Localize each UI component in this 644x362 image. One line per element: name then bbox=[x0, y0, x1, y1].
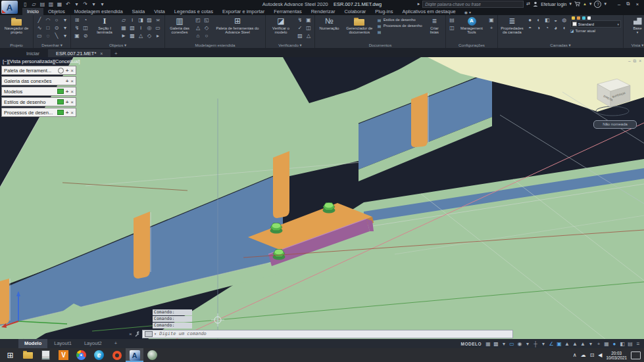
connection-gallery-button[interactable]: ▥ Galeria das conexões bbox=[167, 16, 192, 34]
status-toggle-icon[interactable]: ▦ bbox=[485, 341, 491, 347]
ribbon-tab[interactable]: Vista bbox=[149, 8, 170, 15]
cart-icon[interactable] bbox=[574, 1, 580, 7]
v-app[interactable]: V bbox=[55, 348, 72, 362]
check-tool-icon[interactable]: △ bbox=[305, 32, 312, 39]
draw-tool-icon[interactable]: ╲ bbox=[53, 32, 61, 39]
draw-tool-icon[interactable]: ⊙ bbox=[53, 24, 61, 32]
viewport-close-icon[interactable]: × bbox=[639, 58, 641, 64]
redo-button[interactable]: ↷ bbox=[82, 1, 88, 7]
command-input[interactable] bbox=[158, 330, 510, 337]
new-tab-button[interactable]: + bbox=[111, 50, 120, 57]
check-tool-icon[interactable]: ↯ bbox=[296, 16, 304, 24]
palette-drawing-processes[interactable]: Processos de desen... + × bbox=[1, 108, 76, 117]
print-button[interactable]: ▦ bbox=[57, 1, 62, 7]
close-icon[interactable]: × bbox=[70, 68, 74, 74]
exchange-apps-icon[interactable]: ⇄ bbox=[526, 1, 530, 7]
login-caret-icon[interactable]: ▾ bbox=[570, 1, 572, 7]
draw-tool-icon[interactable]: ▾ bbox=[61, 16, 69, 24]
layer-tool-icon[interactable]: ◒ bbox=[552, 16, 560, 24]
status-toggle-icon[interactable]: ◉ bbox=[516, 341, 523, 347]
object-tool-icon[interactable]: ⊘ bbox=[82, 32, 89, 39]
object-tool-icon[interactable]: I bbox=[128, 16, 136, 24]
panel-label-camadas[interactable]: Camadas ▾ bbox=[498, 42, 623, 48]
config-tool-icon[interactable]: + bbox=[487, 24, 495, 32]
panel-label-projeto[interactable]: Projeto bbox=[0, 42, 33, 48]
status-toggle-icon[interactable]: ▾ bbox=[501, 341, 507, 347]
layer-dropdown[interactable]: Standard ▾ bbox=[570, 20, 621, 28]
object-tool-icon[interactable]: I bbox=[137, 24, 145, 32]
featured-apps-icon[interactable]: ◉▾ bbox=[464, 10, 471, 15]
object-tool-icon[interactable]: ► bbox=[120, 32, 128, 39]
ribbon-tab[interactable]: Legendas e cotas bbox=[170, 8, 218, 15]
layer-tool-icon[interactable]: ◧ bbox=[543, 16, 551, 24]
status-toggle-icon[interactable]: ▲ bbox=[572, 341, 578, 347]
layer-tool-icon[interactable]: ● bbox=[526, 16, 534, 24]
palette-connection-gallery[interactable]: Galeria das conexões + × bbox=[1, 76, 76, 85]
layout-tab[interactable]: Layout1 bbox=[48, 339, 78, 348]
ribbon-tab[interactable]: Renderizar bbox=[307, 8, 340, 15]
volume-icon[interactable]: ◀ bbox=[598, 352, 602, 358]
check-tool-icon[interactable]: ✓ bbox=[296, 24, 304, 32]
status-toggle-icon[interactable]: ▾ bbox=[540, 341, 547, 347]
status-toggle-icon[interactable]: ▲ bbox=[580, 341, 586, 347]
user-icon[interactable] bbox=[533, 1, 538, 7]
modeling-tool-icon[interactable]: ⌂ bbox=[194, 32, 202, 39]
status-toggle-icon[interactable]: ● bbox=[611, 341, 618, 347]
ribbon-tab[interactable]: Modelagem estendida bbox=[70, 8, 128, 15]
close-button[interactable]: × bbox=[633, 1, 642, 8]
panel-label-objetos[interactable]: Objetos ▾ bbox=[71, 42, 164, 48]
draw-tool-icon[interactable]: ∿ bbox=[36, 24, 43, 32]
plot-button[interactable]: ▥ bbox=[48, 1, 54, 7]
edge-app[interactable]: e bbox=[90, 348, 108, 362]
object-tool-icon[interactable]: ▭ bbox=[154, 24, 162, 32]
viewport-controls[interactable]: [−][Vista personalizada][Conceitual] bbox=[3, 58, 80, 64]
advance-steel-logo-icon[interactable]: A bbox=[1, 1, 18, 14]
tray-expand-icon[interactable]: ∧ bbox=[573, 352, 577, 358]
layer-tool-icon[interactable]: ◕ bbox=[552, 24, 560, 32]
start-button[interactable]: ⊞ bbox=[1, 348, 19, 362]
object-tool-icon[interactable]: ▸ bbox=[154, 32, 162, 39]
numbering-button[interactable]: № Numeração bbox=[317, 16, 341, 30]
drawing-styles-button[interactable]: ▤ Estilos de desenho bbox=[378, 17, 424, 22]
config-tool-icon[interactable]: ▣ bbox=[487, 16, 495, 24]
object-tool-icon[interactable]: ▩ bbox=[128, 32, 136, 39]
object-tool-icon[interactable]: △ bbox=[137, 32, 145, 39]
status-toggle-icon[interactable]: ▾ bbox=[524, 341, 531, 347]
status-toggle-icon[interactable]: ▤ bbox=[627, 341, 633, 347]
layer-tool-icon[interactable]: ◐ bbox=[535, 16, 543, 24]
modeling-tool-icon[interactable]: ◱ bbox=[203, 16, 211, 24]
draw-tool-icon[interactable]: ▾ bbox=[61, 32, 69, 39]
drawing-viewport[interactable]: DIREITA SUPERIOR [−][Vista personalizada… bbox=[0, 57, 644, 339]
layer-tool-icon[interactable]: ◍ bbox=[560, 16, 568, 24]
viewport-minimize-icon[interactable]: – bbox=[628, 58, 631, 64]
ribbon-tab[interactable]: Aplicativos em destaque bbox=[397, 8, 460, 15]
status-toggle-icon[interactable]: ∠ bbox=[548, 341, 555, 347]
management-tools-button[interactable]: A Management Tools bbox=[458, 16, 485, 34]
ribbon-tab[interactable]: Início bbox=[22, 8, 43, 15]
object-tool-icon[interactable]: ↯ bbox=[73, 24, 81, 32]
status-toggle-icon[interactable]: ▲ bbox=[564, 341, 570, 347]
ring-app[interactable] bbox=[108, 348, 126, 362]
qat-customize-button[interactable]: ▾ bbox=[99, 1, 105, 7]
object-tool-icon[interactable]: ◫ bbox=[82, 24, 89, 32]
config-tool-icon[interactable]: ◫ bbox=[448, 24, 456, 32]
chrome-app[interactable] bbox=[72, 348, 90, 362]
undo-button[interactable]: ↶ bbox=[65, 1, 71, 7]
status-toggle-icon[interactable]: ▦ bbox=[603, 341, 610, 347]
panel-label-documentos[interactable]: Documentos bbox=[315, 42, 445, 48]
status-toggle-icon[interactable]: ▭ bbox=[508, 341, 515, 347]
draw-tool-icon[interactable]: □ bbox=[44, 24, 52, 32]
base-view-button[interactable]: Base ▾ bbox=[626, 16, 644, 34]
object-tool-icon[interactable]: ▱ bbox=[120, 16, 128, 24]
notification-center-icon[interactable] bbox=[631, 351, 641, 359]
object-tool-icon[interactable]: ⊞ bbox=[73, 16, 81, 24]
status-toggle-icon[interactable]: ▾ bbox=[587, 341, 594, 347]
modeling-tool-icon[interactable]: △ bbox=[194, 24, 202, 32]
close-icon[interactable]: × bbox=[70, 78, 74, 84]
object-tool-icon[interactable]: ◔ bbox=[82, 16, 89, 24]
panel-label-modelagem[interactable]: Modelagem estendida bbox=[165, 42, 265, 48]
status-toggle-icon[interactable]: ≡ bbox=[635, 341, 641, 347]
make-current-button[interactable]: ◪ Tornar atual bbox=[570, 28, 621, 33]
create-lists-button[interactable]: ≡ Criar listas bbox=[426, 16, 443, 34]
close-icon[interactable]: × bbox=[70, 110, 74, 116]
